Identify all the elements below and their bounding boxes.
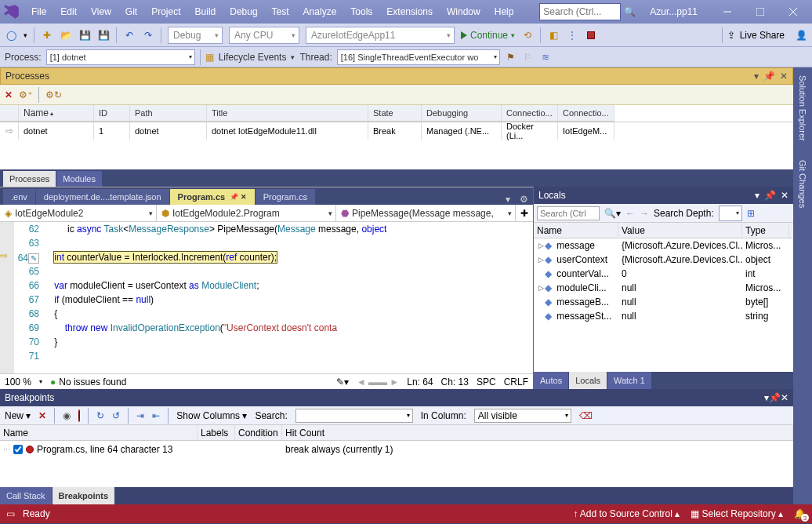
detach-icon[interactable]: ✕ bbox=[5, 89, 13, 100]
col-conn2[interactable]: Connectio... bbox=[558, 105, 614, 122]
target-dropdown[interactable]: AzureIotEdgeApp11 bbox=[306, 27, 455, 44]
col-condition[interactable]: Condition bbox=[235, 425, 282, 440]
spc-label[interactable]: SPC bbox=[477, 377, 496, 388]
close-button[interactable] bbox=[778, 1, 809, 23]
tab-autos[interactable]: Autos bbox=[534, 372, 568, 389]
menu-git[interactable]: Git bbox=[119, 3, 143, 20]
notifications-icon[interactable]: 🔔 bbox=[794, 508, 806, 519]
depth-dropdown[interactable] bbox=[719, 206, 742, 221]
issues-label[interactable]: No issues found bbox=[50, 377, 126, 388]
open-icon[interactable]: 📂 bbox=[60, 29, 72, 42]
locals-row[interactable]: ▷◆ moduleCli...nullMicros... bbox=[534, 281, 793, 295]
close-icon[interactable]: ✕ bbox=[780, 71, 788, 82]
col-path[interactable]: Path bbox=[130, 105, 207, 122]
locals-row[interactable]: ▷◆ userContext{Microsoft.Azure.Devices.C… bbox=[534, 253, 793, 267]
chevron-down-icon[interactable]: ▾ bbox=[501, 194, 515, 205]
menu-build[interactable]: Build bbox=[189, 3, 223, 20]
debug-icon-2[interactable]: ⋮ bbox=[566, 29, 578, 42]
show-columns-dropdown[interactable]: Show Columns ▾ bbox=[176, 410, 247, 421]
gear-icon[interactable]: ⚙ bbox=[515, 194, 533, 205]
close-icon[interactable]: ✕ bbox=[781, 392, 788, 403]
close-icon[interactable]: ✕ bbox=[781, 190, 788, 201]
menu-help[interactable]: Help bbox=[488, 3, 520, 20]
save-all-icon[interactable]: 💾 bbox=[97, 29, 110, 42]
col-name[interactable]: Name ▴ bbox=[19, 105, 94, 122]
breakpoint-row[interactable]: ⋯ Program.cs, line 64 character 13 break… bbox=[0, 441, 793, 458]
chevron-down-icon[interactable]: ▾ bbox=[754, 71, 759, 82]
stack-icon[interactable]: ⚑ bbox=[505, 51, 517, 64]
lifecycle-icon[interactable]: ▦ bbox=[205, 52, 214, 63]
delete-icon[interactable]: ✕ bbox=[38, 410, 46, 421]
search-input[interactable] bbox=[539, 3, 621, 20]
maximize-button[interactable] bbox=[745, 1, 776, 23]
menu-tools[interactable]: Tools bbox=[344, 3, 379, 20]
col-value[interactable]: Value bbox=[618, 223, 742, 238]
incol-dropdown[interactable]: All visible bbox=[474, 409, 571, 423]
feedback-icon[interactable]: 👤 bbox=[796, 30, 807, 41]
export-icon[interactable]: ↻ bbox=[96, 410, 104, 421]
tab-breakpoints[interactable]: Breakpoints bbox=[53, 487, 115, 504]
search-icon[interactable]: 🔍▾ bbox=[604, 208, 621, 219]
lifecycle-dropdown[interactable]: Lifecycle Events bbox=[219, 52, 287, 63]
file-tab[interactable]: .env bbox=[3, 189, 35, 205]
bp-enable-icon[interactable]: ◉ bbox=[63, 410, 71, 421]
nav-back-icon[interactable]: ◯ bbox=[5, 29, 17, 42]
live-share-icon[interactable]: ⇪ bbox=[727, 30, 735, 41]
menu-edit[interactable]: Edit bbox=[54, 3, 83, 20]
file-tab[interactable]: deployment.de....template.json bbox=[36, 189, 169, 205]
col-hitcount[interactable]: Hit Count bbox=[282, 425, 793, 440]
locals-row[interactable]: ▷◆ message{Microsoft.Azure.Devices.Cl...… bbox=[534, 238, 793, 253]
col-labels[interactable]: Labels bbox=[198, 425, 235, 440]
clear-icon[interactable]: ⌫ bbox=[579, 410, 593, 421]
locals-row[interactable]: ◆ counterVal...0int bbox=[534, 267, 793, 281]
process-dropdown[interactable]: [1] dotnet bbox=[46, 49, 195, 65]
menu-debug[interactable]: Debug bbox=[223, 3, 263, 20]
col-title[interactable]: Title bbox=[207, 105, 368, 122]
gear-icon-2[interactable]: ⚙↻ bbox=[45, 89, 62, 100]
save-icon[interactable]: 💾 bbox=[78, 29, 91, 42]
import-icon[interactable]: ↺ bbox=[112, 410, 120, 421]
zoom-dropdown[interactable]: 100 % bbox=[5, 377, 31, 388]
search-icon[interactable]: 🔍 bbox=[622, 6, 637, 17]
bp-checkbox[interactable] bbox=[13, 445, 23, 454]
threads-icon[interactable]: ≋ bbox=[539, 51, 552, 64]
col-name[interactable]: Name bbox=[0, 425, 198, 440]
crlf-label[interactable]: CRLF bbox=[504, 377, 528, 388]
tab-locals[interactable]: Locals bbox=[569, 372, 607, 389]
live-share-button[interactable]: Live Share bbox=[740, 30, 785, 41]
tab-callstack[interactable]: Call Stack bbox=[0, 487, 52, 504]
arrow-left-icon[interactable]: ← bbox=[625, 208, 635, 219]
stop-icon[interactable] bbox=[585, 29, 597, 42]
col-conn1[interactable]: Connectio... bbox=[502, 105, 558, 122]
platform-dropdown[interactable]: Any CPU bbox=[229, 27, 299, 44]
hot-reload-icon[interactable]: ⟲ bbox=[521, 29, 534, 42]
minimize-button[interactable] bbox=[712, 1, 743, 23]
menu-project[interactable]: Project bbox=[145, 3, 187, 20]
locals-row[interactable]: ◆ messageSt...nullstring bbox=[534, 309, 793, 323]
new-breakpoint-button[interactable]: New ▾ bbox=[5, 410, 31, 421]
tab-watch1[interactable]: Watch 1 bbox=[607, 372, 651, 389]
bp-search-input[interactable] bbox=[295, 409, 413, 423]
add-source-control-button[interactable]: ↑ Add to Source Control ▴ bbox=[573, 508, 680, 519]
select-repository-button[interactable]: ▦ Select Repository ▴ bbox=[691, 508, 783, 519]
goto-icon-2[interactable]: ⇤ bbox=[152, 410, 160, 421]
col-name[interactable]: Name bbox=[534, 223, 618, 238]
file-tab[interactable]: Program.cs📌 ✕ bbox=[170, 189, 255, 205]
menu-extensions[interactable]: Extensions bbox=[380, 3, 439, 20]
col-state[interactable]: State bbox=[368, 105, 422, 122]
brush-icon[interactable]: ✎▾ bbox=[336, 377, 349, 388]
thread-dropdown[interactable]: [16] SingleThreadEventExecutor wo bbox=[337, 49, 500, 65]
gear-icon[interactable]: ⚙⁺ bbox=[19, 89, 32, 100]
menu-test[interactable]: Test bbox=[266, 3, 295, 20]
tab-modules[interactable]: Modules bbox=[56, 171, 102, 187]
chevron-down-icon[interactable]: ▾ bbox=[755, 190, 759, 201]
process-row[interactable]: ⇨ dotnet 1 dotnet dotnet IotEdgeModule11… bbox=[0, 122, 793, 140]
undo-icon[interactable]: ↶ bbox=[123, 29, 136, 42]
goto-icon[interactable]: ⇥ bbox=[136, 410, 144, 421]
menu-window[interactable]: Window bbox=[440, 3, 487, 20]
redo-icon[interactable]: ↷ bbox=[142, 29, 154, 42]
debug-icon-1[interactable]: ◧ bbox=[547, 29, 560, 42]
arrow-right-icon[interactable]: → bbox=[640, 208, 649, 219]
menu-analyze[interactable]: Analyze bbox=[297, 3, 343, 20]
bp-disable-icon[interactable] bbox=[78, 410, 80, 421]
